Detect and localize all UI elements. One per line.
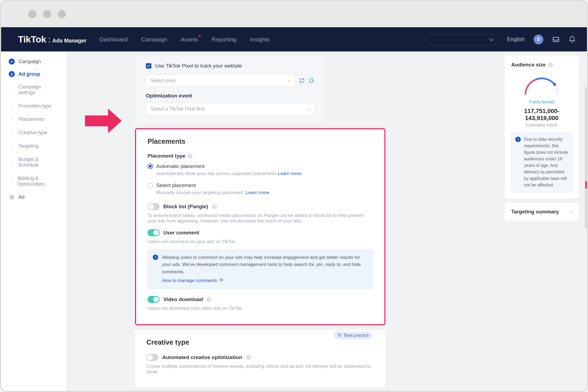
targeting-summary-title: Targeting summary (511, 209, 559, 215)
brand-sep: : (48, 34, 51, 45)
sidebar-item-targeting[interactable]: Targeting (7, 139, 61, 153)
targeting-summary-card[interactable]: Targeting summary (505, 203, 579, 221)
add-pixel-icon[interactable] (309, 78, 315, 84)
scrollbar-marker-icon (585, 181, 587, 189)
primary-nav: Dashboard Campaign Assets Reporting Insi… (100, 36, 270, 43)
topbar-right: English S (425, 34, 576, 45)
svg-rect-0 (553, 37, 559, 41)
browser-frame: TikTok: Ads Manager Dashboard Campaign A… (0, 0, 588, 392)
nav-insights[interactable]: Insights (250, 36, 270, 43)
block-list-desc: To ensure brand safety, undesired media … (148, 213, 373, 224)
bullet-icon (9, 132, 15, 133)
step-label: Campaign (19, 59, 41, 65)
step-number: 2 (9, 71, 15, 77)
radio-unchecked-icon (148, 183, 153, 188)
reach-number: 117,751,000-143,919,000 (511, 108, 572, 122)
chevron-down-icon (569, 210, 573, 213)
bullet-icon (9, 146, 15, 147)
sidebar-item-bidding-optimization[interactable]: Bidding & Optimization (7, 172, 61, 191)
placements-title: Placements (148, 137, 373, 145)
svg-point-3 (553, 83, 556, 86)
bullet-icon (9, 162, 14, 163)
toggle-on[interactable] (148, 296, 160, 303)
user-comment-info: i Allowing users to comment on your ads … (148, 249, 373, 289)
svg-point-2 (221, 279, 222, 280)
radio-select-placement[interactable]: Select placement Manually choose your ta… (148, 182, 373, 195)
info-icon: i (153, 255, 158, 260)
bullet-icon (9, 181, 14, 182)
select-pixel[interactable]: Select pixel (146, 74, 295, 87)
window-titlebar (1, 1, 587, 27)
window-close[interactable] (28, 10, 36, 18)
main-content: Use TikTok Pixel to track your website S… (66, 51, 505, 391)
best-practice-badge: Best practice (333, 331, 373, 339)
audience-note: i Due to data security requirements, thi… (511, 132, 572, 192)
help-icon[interactable]: ? (188, 154, 192, 158)
nav-assets[interactable]: Assets (181, 36, 198, 43)
check-icon (9, 59, 15, 65)
select-optimization-event[interactable]: Select a TikTok Pixel first (146, 103, 315, 115)
body: Campaign 2 Ad group Campaign settings Pr… (1, 51, 587, 391)
radio-checked-icon (148, 164, 153, 169)
inbox-icon[interactable] (552, 36, 560, 43)
checkbox-pixel[interactable]: Use TikTok Pixel to track your website (146, 63, 315, 69)
toggle-off[interactable] (146, 354, 158, 361)
account-dropdown[interactable] (425, 34, 498, 45)
auto-help: Automatically show your ads across suppo… (156, 171, 373, 176)
arrow-annotation-icon (82, 106, 123, 137)
brand: TikTok: Ads Manager (18, 34, 87, 45)
language-selector[interactable]: English (507, 36, 525, 42)
learn-more-link[interactable]: Learn more (278, 171, 302, 176)
brand-sub: Ads Manager (52, 38, 87, 44)
reach-sublabel: Estimated reach (511, 123, 572, 128)
toggle-on[interactable] (148, 229, 160, 236)
creative-type-card: Best practice Creative type Automated cr… (135, 330, 385, 388)
sidebar-item-campaign-settings[interactable]: Campaign settings (7, 80, 61, 99)
toggle-video-download: Video download ? (148, 296, 373, 303)
placement-type-label: Placement type ? (148, 153, 373, 159)
help-icon[interactable]: ? (207, 297, 212, 302)
sidebar-item-creative-type[interactable]: Creative type (7, 126, 61, 139)
sidebar-item-budget-schedule[interactable]: Budget & Schedule (7, 153, 61, 172)
sidebar-item-promotion-type[interactable]: Promotion type (7, 99, 61, 113)
help-icon[interactable]: ? (548, 62, 553, 67)
manage-comments-link[interactable]: How to manage comments (162, 277, 217, 284)
svg-rect-1 (310, 79, 313, 82)
nav-dashboard[interactable]: Dashboard (100, 36, 128, 43)
bullet-icon (9, 119, 15, 120)
scrollbar[interactable] (585, 87, 587, 229)
bullet-icon (9, 89, 15, 90)
window-minimize[interactable] (43, 10, 51, 18)
bullet-icon (9, 106, 15, 107)
gauge-icon (511, 73, 572, 97)
audience-size-title: Audience size ? (511, 62, 572, 68)
step-number: 3 (9, 194, 15, 200)
right-panel: Audience size ? Fairly broad 117,751,000… (505, 51, 587, 391)
user-comment-desc: Users can comment on your ads on TikTok. (148, 239, 373, 244)
creative-title: Creative type (146, 338, 374, 346)
step-campaign[interactable]: Campaign (7, 55, 61, 68)
step-ad[interactable]: 3 Ad (7, 191, 61, 203)
app-root: TikTok: Ads Manager Dashboard Campaign A… (1, 27, 587, 391)
sidebar: Campaign 2 Ad group Campaign settings Pr… (1, 51, 66, 391)
video-download-desc: Users can download your video ads on Tik… (148, 306, 373, 311)
help-icon[interactable]: ? (212, 204, 217, 209)
nav-campaign[interactable]: Campaign (141, 36, 167, 43)
avatar[interactable]: S (534, 35, 543, 44)
sidebar-item-placements[interactable]: Placements (7, 113, 61, 126)
tracking-card: Use TikTok Pixel to track your website S… (135, 56, 326, 123)
toggle-block-list: Block list (Pangle) ? (148, 203, 373, 210)
help-icon[interactable]: ? (246, 355, 251, 360)
toggle-off[interactable] (148, 203, 160, 210)
refresh-icon[interactable] (299, 78, 305, 84)
topbar: TikTok: Ads Manager Dashboard Campaign A… (1, 27, 587, 51)
learn-more-link[interactable]: Learn more (246, 190, 270, 195)
notification-dot-icon (199, 35, 201, 37)
window-zoom[interactable] (58, 10, 66, 18)
nav-reporting[interactable]: Reporting (212, 36, 236, 43)
checkbox-checked-icon (146, 63, 151, 69)
step-adgroup[interactable]: 2 Ad group (7, 68, 61, 80)
radio-automatic-placement[interactable]: Automatic placement Automatically show y… (148, 163, 373, 176)
bell-icon[interactable] (568, 36, 576, 43)
auto-creative-desc: Create multiple combinations of creative… (146, 364, 374, 375)
